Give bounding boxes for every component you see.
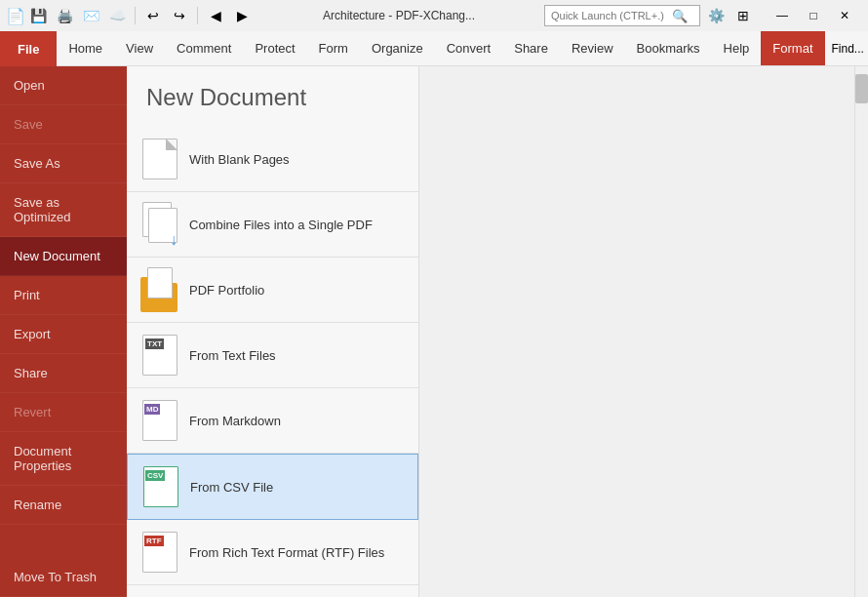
menu-items: Home View Comment Protect Form Organize … (57, 31, 868, 66)
csv-icon: CSV (141, 464, 180, 509)
minimize-btn[interactable]: — (767, 6, 798, 25)
find-btn[interactable]: Find... (825, 37, 869, 60)
menu-review[interactable]: Review (560, 31, 625, 65)
blank-pages-label: With Blank Pages (189, 152, 290, 167)
print-toolbar-btn[interactable]: 🖨️ (53, 4, 76, 27)
redo-btn[interactable]: ↪ (168, 4, 191, 27)
menu-home[interactable]: Home (57, 31, 114, 65)
page-title: New Document (127, 66, 418, 127)
sidebar-item-save-optimized[interactable]: Save as Optimized (0, 183, 127, 237)
menu-organize[interactable]: Organize (360, 31, 435, 65)
list-item-markdown[interactable]: MD From Markdown (127, 388, 418, 454)
sidebar-item-export[interactable]: Export (0, 315, 127, 354)
csv-label: From CSV File (190, 480, 273, 495)
menu-right-area: Find... ⭐ (825, 31, 869, 65)
rtf-label: From Rich Text Format (RTF) Files (189, 545, 384, 560)
app-icon: 📄 (8, 8, 23, 23)
text-files-label: From Text Files (189, 348, 276, 363)
sep2 (197, 7, 198, 24)
menu-view[interactable]: View (114, 31, 165, 65)
list-item-combine[interactable]: ↓ Combine Files into a Single PDF (127, 192, 418, 258)
main-layout: Open Save Save As Save as Optimized New … (0, 66, 868, 597)
menu-format[interactable]: Format (761, 31, 824, 65)
forward-btn[interactable]: ▶ (230, 4, 254, 27)
sidebar-item-move-to-trash[interactable]: Move To Trash (0, 558, 127, 597)
doc-items-list: With Blank Pages ↓ Combine Files into a … (127, 127, 418, 597)
menu-bar: File Home View Comment Protect Form Orga… (0, 31, 868, 66)
combine-icon: ↓ (140, 202, 179, 247)
title-bar: 📄 💾 🖨️ ✉️ ☁️ ↩ ↪ ◀ ▶ Architecture - PDF-… (0, 0, 868, 31)
menu-file[interactable]: File (0, 31, 57, 66)
app-icon-area: 📄 💾 🖨️ ✉️ ☁️ ↩ ↪ ◀ ▶ (8, 4, 254, 27)
menu-comment[interactable]: Comment (165, 31, 243, 65)
cloud-toolbar-btn[interactable]: ☁️ (105, 4, 129, 27)
window-controls: — □ ✕ (767, 6, 860, 25)
options-btn[interactable]: ⚙️ (704, 4, 728, 27)
menu-protect[interactable]: Protect (243, 31, 306, 65)
maximize-btn[interactable]: □ (798, 6, 829, 25)
markdown-label: From Markdown (189, 414, 281, 428)
text-files-icon: TXT (140, 333, 179, 378)
sep1 (135, 7, 136, 24)
scrollbar[interactable] (854, 66, 868, 597)
sidebar-item-revert: Revert (0, 393, 127, 432)
close-btn[interactable]: ✕ (829, 6, 860, 25)
new-doc-panel: New Document With Blank Pages ↓ (127, 66, 419, 597)
menu-bookmarks[interactable]: Bookmarks (625, 31, 712, 65)
sidebar-item-new-document[interactable]: New Document (0, 237, 127, 276)
app-title: Architecture - PDF-XChang... (257, 9, 540, 22)
sidebar-item-doc-props[interactable]: Document Properties (0, 432, 127, 486)
sidebar-item-open[interactable]: Open (0, 66, 127, 105)
list-item-text[interactable]: TXT From Text Files (127, 323, 418, 388)
search-input[interactable] (551, 10, 668, 21)
sidebar-item-rename[interactable]: Rename (0, 486, 127, 525)
list-item-portfolio[interactable]: PDF Portfolio (127, 258, 418, 323)
undo-btn[interactable]: ↩ (141, 4, 165, 27)
detail-panel (419, 66, 854, 597)
list-item-blank[interactable]: With Blank Pages (127, 127, 418, 192)
search-icon: 🔍 (672, 9, 688, 23)
quick-launch-search[interactable]: 🔍 (544, 5, 700, 26)
portfolio-label: PDF Portfolio (189, 283, 264, 298)
portfolio-icon (140, 267, 179, 312)
sidebar-item-save-as[interactable]: Save As (0, 144, 127, 183)
menu-share[interactable]: Share (502, 31, 560, 65)
sidebar-item-share[interactable]: Share (0, 354, 127, 393)
markdown-icon: MD (140, 398, 179, 443)
content-area: New Document With Blank Pages ↓ (127, 66, 868, 597)
email-toolbar-btn[interactable]: ✉️ (79, 4, 102, 27)
scroll-thumb[interactable] (855, 74, 868, 103)
save-toolbar-btn[interactable]: 💾 (26, 4, 50, 27)
sidebar-item-save: Save (0, 105, 127, 144)
expand-btn[interactable]: ⊞ (731, 4, 755, 27)
list-item-rtf[interactable]: RTF From Rich Text Format (RTF) Files (127, 520, 418, 585)
menu-help[interactable]: Help (712, 31, 762, 65)
menu-convert[interactable]: Convert (435, 31, 503, 65)
list-item-csv[interactable]: CSV From CSV File (127, 454, 418, 520)
menu-form[interactable]: Form (307, 31, 360, 65)
blank-pages-icon (140, 137, 179, 181)
rtf-icon: RTF (140, 530, 179, 575)
sidebar: Open Save Save As Save as Optimized New … (0, 66, 127, 597)
list-item-image[interactable]: From Image File(s) (127, 585, 418, 597)
sidebar-item-print[interactable]: Print (0, 276, 127, 315)
back-btn[interactable]: ◀ (204, 4, 227, 27)
combine-label: Combine Files into a Single PDF (189, 218, 373, 232)
